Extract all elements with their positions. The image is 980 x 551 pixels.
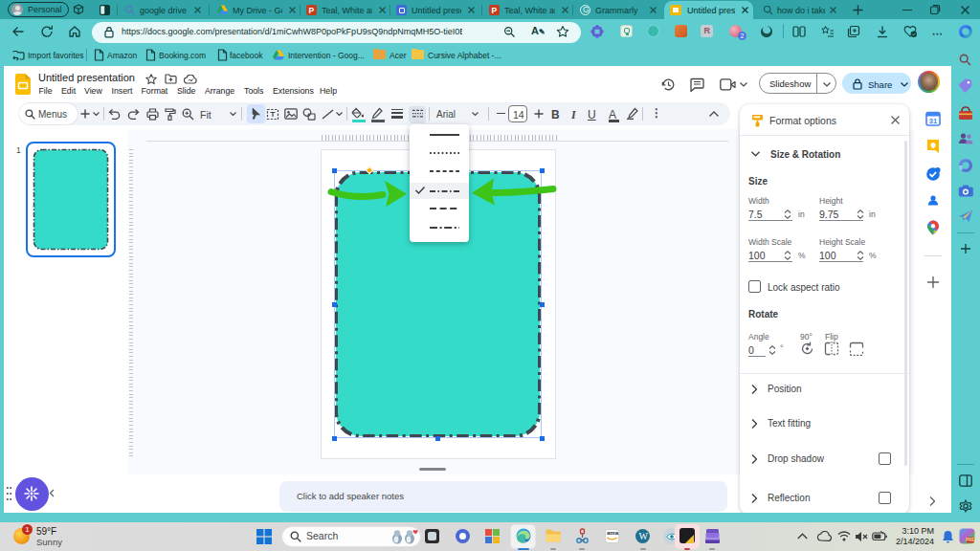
svg-text:PRE: PRE [966, 538, 974, 542]
svg-text:31: 31 [929, 117, 937, 125]
